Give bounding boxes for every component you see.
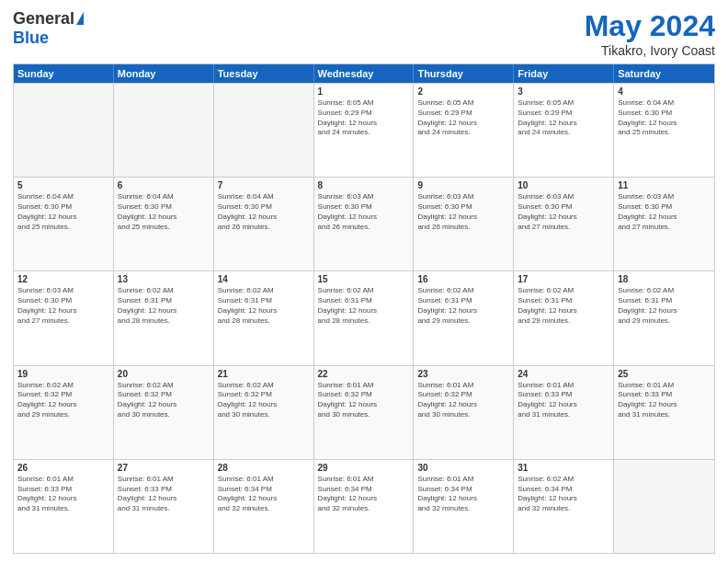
cell-sun-info: Sunrise: 6:01 AMSunset: 6:32 PMDaylight:… <box>318 381 410 420</box>
cell-sun-info: Sunrise: 6:01 AMSunset: 6:34 PMDaylight:… <box>218 475 310 514</box>
cal-cell-13: 13Sunrise: 6:02 AMSunset: 6:31 PMDayligh… <box>114 271 214 364</box>
cal-cell-10: 10Sunrise: 6:03 AMSunset: 6:30 PMDayligh… <box>514 178 614 270</box>
cal-cell-9: 9Sunrise: 6:03 AMSunset: 6:30 PMDaylight… <box>414 178 514 270</box>
day-number: 19 <box>17 369 109 379</box>
cal-cell-25: 25Sunrise: 6:01 AMSunset: 6:33 PMDayligh… <box>614 366 714 459</box>
day-number: 29 <box>318 463 410 473</box>
cal-cell-18: 18Sunrise: 6:02 AMSunset: 6:31 PMDayligh… <box>614 271 714 364</box>
day-number: 2 <box>417 86 509 97</box>
cal-cell-4: 4Sunrise: 6:04 AMSunset: 6:30 PMDaylight… <box>614 84 714 177</box>
cell-sun-info: Sunrise: 6:02 AMSunset: 6:31 PMDaylight:… <box>618 286 711 326</box>
cal-cell-15: 15Sunrise: 6:02 AMSunset: 6:31 PMDayligh… <box>314 271 415 364</box>
day-number: 3 <box>518 86 609 97</box>
cell-sun-info: Sunrise: 6:03 AMSunset: 6:30 PMDaylight:… <box>318 192 410 232</box>
cal-cell-empty-0-2 <box>214 84 314 177</box>
day-number: 24 <box>518 369 609 379</box>
calendar-row-0: 1Sunrise: 6:05 AMSunset: 6:29 PMDaylight… <box>14 83 714 177</box>
cal-cell-23: 23Sunrise: 6:01 AMSunset: 6:32 PMDayligh… <box>414 366 514 459</box>
cal-cell-14: 14Sunrise: 6:02 AMSunset: 6:31 PMDayligh… <box>214 271 314 364</box>
cell-sun-info: Sunrise: 6:05 AMSunset: 6:29 PMDaylight:… <box>318 98 410 138</box>
cell-sun-info: Sunrise: 6:03 AMSunset: 6:30 PMDaylight:… <box>17 286 109 326</box>
cell-sun-info: Sunrise: 6:04 AMSunset: 6:30 PMDaylight:… <box>618 98 711 138</box>
calendar-row-2: 12Sunrise: 6:03 AMSunset: 6:30 PMDayligh… <box>14 270 714 364</box>
day-number: 31 <box>518 463 609 473</box>
cal-cell-empty-0-0 <box>14 84 114 177</box>
cell-sun-info: Sunrise: 6:03 AMSunset: 6:30 PMDaylight:… <box>518 192 609 232</box>
cell-sun-info: Sunrise: 6:03 AMSunset: 6:30 PMDaylight:… <box>618 192 711 232</box>
cal-cell-20: 20Sunrise: 6:02 AMSunset: 6:32 PMDayligh… <box>114 366 214 459</box>
day-header-monday: Monday <box>114 64 214 83</box>
day-number: 7 <box>218 180 310 190</box>
day-header-thursday: Thursday <box>414 64 514 83</box>
cal-cell-22: 22Sunrise: 6:01 AMSunset: 6:32 PMDayligh… <box>314 366 415 459</box>
logo-arrow-icon <box>76 12 84 25</box>
day-number: 14 <box>218 274 310 284</box>
cell-sun-info: Sunrise: 6:01 AMSunset: 6:34 PMDaylight:… <box>417 475 509 514</box>
cal-cell-29: 29Sunrise: 6:01 AMSunset: 6:34 PMDayligh… <box>314 460 415 553</box>
cal-cell-empty-0-1 <box>114 84 214 177</box>
day-number: 5 <box>17 180 109 190</box>
cal-cell-30: 30Sunrise: 6:01 AMSunset: 6:34 PMDayligh… <box>414 460 514 553</box>
cal-cell-12: 12Sunrise: 6:03 AMSunset: 6:30 PMDayligh… <box>14 271 114 364</box>
day-number: 12 <box>17 274 109 284</box>
month-title: May 2024 <box>585 9 715 43</box>
day-number: 28 <box>218 463 310 473</box>
day-number: 13 <box>118 274 210 284</box>
day-number: 15 <box>318 274 410 284</box>
cell-sun-info: Sunrise: 6:04 AMSunset: 6:30 PMDaylight:… <box>17 192 109 232</box>
cal-cell-8: 8Sunrise: 6:03 AMSunset: 6:30 PMDaylight… <box>314 178 415 270</box>
day-number: 30 <box>417 463 509 473</box>
cell-sun-info: Sunrise: 6:01 AMSunset: 6:34 PMDaylight:… <box>318 475 410 514</box>
calendar-body: 1Sunrise: 6:05 AMSunset: 6:29 PMDaylight… <box>14 83 714 553</box>
day-number: 23 <box>417 369 509 379</box>
day-number: 26 <box>17 463 109 473</box>
day-header-saturday: Saturday <box>614 64 714 83</box>
logo: General Blue <box>13 9 84 48</box>
cal-cell-19: 19Sunrise: 6:02 AMSunset: 6:32 PMDayligh… <box>14 366 114 459</box>
cell-sun-info: Sunrise: 6:04 AMSunset: 6:30 PMDaylight:… <box>118 192 210 232</box>
cell-sun-info: Sunrise: 6:02 AMSunset: 6:34 PMDaylight:… <box>518 475 609 514</box>
calendar-row-3: 19Sunrise: 6:02 AMSunset: 6:32 PMDayligh… <box>14 365 714 459</box>
day-header-sunday: Sunday <box>14 64 114 83</box>
cell-sun-info: Sunrise: 6:04 AMSunset: 6:30 PMDaylight:… <box>218 192 310 232</box>
cell-sun-info: Sunrise: 6:02 AMSunset: 6:31 PMDaylight:… <box>118 286 210 326</box>
title-section: May 2024 Tikakro, Ivory Coast <box>585 9 715 58</box>
day-number: 22 <box>318 369 410 379</box>
header: General Blue May 2024 Tikakro, Ivory Coa… <box>13 9 715 58</box>
page: General Blue May 2024 Tikakro, Ivory Coa… <box>0 0 728 563</box>
day-number: 11 <box>618 180 711 190</box>
day-number: 25 <box>618 369 711 379</box>
cal-cell-2: 2Sunrise: 6:05 AMSunset: 6:29 PMDaylight… <box>414 84 514 177</box>
cell-sun-info: Sunrise: 6:05 AMSunset: 6:29 PMDaylight:… <box>518 98 609 138</box>
cell-sun-info: Sunrise: 6:02 AMSunset: 6:32 PMDaylight:… <box>218 381 310 420</box>
cal-cell-17: 17Sunrise: 6:02 AMSunset: 6:31 PMDayligh… <box>514 271 614 364</box>
cal-cell-24: 24Sunrise: 6:01 AMSunset: 6:33 PMDayligh… <box>514 366 614 459</box>
day-number: 20 <box>118 369 210 379</box>
cell-sun-info: Sunrise: 6:01 AMSunset: 6:33 PMDaylight:… <box>118 475 210 514</box>
cell-sun-info: Sunrise: 6:02 AMSunset: 6:32 PMDaylight:… <box>118 381 210 420</box>
cal-cell-5: 5Sunrise: 6:04 AMSunset: 6:30 PMDaylight… <box>14 178 114 270</box>
cell-sun-info: Sunrise: 6:02 AMSunset: 6:31 PMDaylight:… <box>218 286 310 326</box>
cell-sun-info: Sunrise: 6:01 AMSunset: 6:33 PMDaylight:… <box>618 381 711 420</box>
calendar-row-1: 5Sunrise: 6:04 AMSunset: 6:30 PMDaylight… <box>14 177 714 270</box>
day-number: 1 <box>318 86 410 97</box>
day-number: 4 <box>618 86 711 97</box>
logo-blue-text: Blue <box>13 29 49 48</box>
day-number: 6 <box>118 180 210 190</box>
cell-sun-info: Sunrise: 6:01 AMSunset: 6:32 PMDaylight:… <box>417 381 509 420</box>
cal-cell-16: 16Sunrise: 6:02 AMSunset: 6:31 PMDayligh… <box>414 271 514 364</box>
cal-cell-26: 26Sunrise: 6:01 AMSunset: 6:33 PMDayligh… <box>14 460 114 553</box>
cell-sun-info: Sunrise: 6:01 AMSunset: 6:33 PMDaylight:… <box>17 475 109 514</box>
cal-cell-7: 7Sunrise: 6:04 AMSunset: 6:30 PMDaylight… <box>214 178 314 270</box>
cal-cell-11: 11Sunrise: 6:03 AMSunset: 6:30 PMDayligh… <box>614 178 714 270</box>
cal-cell-6: 6Sunrise: 6:04 AMSunset: 6:30 PMDaylight… <box>114 178 214 270</box>
cal-cell-28: 28Sunrise: 6:01 AMSunset: 6:34 PMDayligh… <box>214 460 314 553</box>
cal-cell-27: 27Sunrise: 6:01 AMSunset: 6:33 PMDayligh… <box>114 460 214 553</box>
calendar: SundayMondayTuesdayWednesdayThursdayFrid… <box>13 63 715 554</box>
calendar-header-row: SundayMondayTuesdayWednesdayThursdayFrid… <box>14 64 714 83</box>
calendar-row-4: 26Sunrise: 6:01 AMSunset: 6:33 PMDayligh… <box>14 459 714 553</box>
cal-cell-21: 21Sunrise: 6:02 AMSunset: 6:32 PMDayligh… <box>214 366 314 459</box>
cal-cell-empty-4-6 <box>614 460 714 553</box>
cell-sun-info: Sunrise: 6:02 AMSunset: 6:32 PMDaylight:… <box>17 381 109 420</box>
day-number: 16 <box>417 274 509 284</box>
